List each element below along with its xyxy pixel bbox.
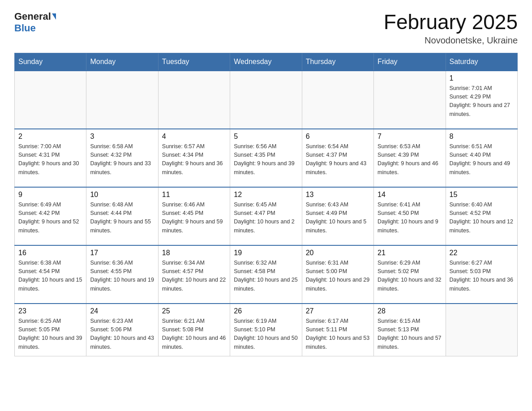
- weekday-header-wednesday: Wednesday: [230, 53, 302, 71]
- day-info: Sunrise: 6:54 AM Sunset: 4:37 PM Dayligh…: [306, 142, 370, 177]
- day-info: Sunrise: 6:34 AM Sunset: 4:57 PM Dayligh…: [162, 259, 226, 294]
- day-info: Sunrise: 6:46 AM Sunset: 4:45 PM Dayligh…: [162, 201, 226, 235]
- day-number: 27: [306, 307, 370, 315]
- calendar-body: 1Sunrise: 7:01 AM Sunset: 4:29 PM Daylig…: [15, 71, 518, 356]
- day-number: 28: [378, 307, 442, 315]
- calendar-day-cell: 12Sunrise: 6:45 AM Sunset: 4:47 PM Dayli…: [230, 187, 302, 245]
- calendar-day-cell: [86, 71, 158, 129]
- calendar-day-cell: 22Sunrise: 6:27 AM Sunset: 5:03 PM Dayli…: [446, 245, 517, 304]
- day-number: 16: [18, 249, 82, 257]
- day-info: Sunrise: 6:31 AM Sunset: 5:00 PM Dayligh…: [306, 259, 370, 294]
- calendar-day-cell: 25Sunrise: 6:21 AM Sunset: 5:08 PM Dayli…: [158, 304, 230, 356]
- calendar-day-cell: 24Sunrise: 6:23 AM Sunset: 5:06 PM Dayli…: [86, 304, 158, 356]
- day-number: 2: [18, 133, 82, 141]
- day-info: Sunrise: 6:36 AM Sunset: 4:55 PM Dayligh…: [90, 259, 154, 294]
- day-number: 22: [450, 249, 514, 257]
- day-info: Sunrise: 6:56 AM Sunset: 4:35 PM Dayligh…: [234, 142, 298, 177]
- day-info: Sunrise: 6:15 AM Sunset: 5:13 PM Dayligh…: [378, 317, 442, 352]
- page-header: General Blue February 2025 Novodonetske,…: [14, 11, 518, 46]
- day-info: Sunrise: 6:19 AM Sunset: 5:10 PM Dayligh…: [234, 317, 298, 352]
- calendar-day-cell: 23Sunrise: 6:25 AM Sunset: 5:05 PM Dayli…: [15, 304, 86, 356]
- logo-blue-text: Blue: [14, 22, 36, 34]
- calendar-day-cell: 15Sunrise: 6:40 AM Sunset: 4:52 PM Dayli…: [446, 187, 517, 245]
- day-number: 5: [234, 133, 298, 141]
- calendar-day-cell: 26Sunrise: 6:19 AM Sunset: 5:10 PM Dayli…: [230, 304, 302, 356]
- day-info: Sunrise: 6:45 AM Sunset: 4:47 PM Dayligh…: [234, 201, 298, 235]
- day-info: Sunrise: 7:00 AM Sunset: 4:31 PM Dayligh…: [18, 142, 82, 177]
- day-number: 26: [234, 307, 298, 315]
- day-info: Sunrise: 6:40 AM Sunset: 4:52 PM Dayligh…: [450, 201, 514, 235]
- calendar-day-cell: 21Sunrise: 6:29 AM Sunset: 5:02 PM Dayli…: [374, 245, 446, 304]
- day-number: 21: [378, 249, 442, 257]
- calendar-day-cell: [158, 71, 230, 129]
- day-number: 9: [18, 191, 82, 199]
- day-number: 13: [306, 191, 370, 199]
- calendar-day-cell: [15, 71, 86, 129]
- calendar-day-cell: 2Sunrise: 7:00 AM Sunset: 4:31 PM Daylig…: [15, 129, 86, 187]
- day-number: 19: [234, 249, 298, 257]
- calendar-day-cell: 14Sunrise: 6:41 AM Sunset: 4:50 PM Dayli…: [374, 187, 446, 245]
- day-info: Sunrise: 6:23 AM Sunset: 5:06 PM Dayligh…: [90, 317, 154, 352]
- title-block: February 2025 Novodonetske, Ukraine: [384, 11, 518, 46]
- logo-triangle-icon: [52, 13, 56, 20]
- calendar-day-cell: 16Sunrise: 6:38 AM Sunset: 4:54 PM Dayli…: [15, 245, 86, 304]
- weekday-header-sunday: Sunday: [15, 53, 86, 71]
- day-number: 25: [162, 307, 226, 315]
- day-number: 23: [18, 307, 82, 315]
- day-info: Sunrise: 6:58 AM Sunset: 4:32 PM Dayligh…: [90, 142, 154, 177]
- day-number: 10: [90, 191, 154, 199]
- weekday-header-friday: Friday: [374, 53, 446, 71]
- day-number: 3: [90, 133, 154, 141]
- day-number: 12: [234, 191, 298, 199]
- calendar-day-cell: 3Sunrise: 6:58 AM Sunset: 4:32 PM Daylig…: [86, 129, 158, 187]
- calendar-day-cell: 10Sunrise: 6:48 AM Sunset: 4:44 PM Dayli…: [86, 187, 158, 245]
- day-info: Sunrise: 7:01 AM Sunset: 4:29 PM Dayligh…: [450, 84, 514, 119]
- logo: General Blue: [14, 11, 56, 34]
- calendar-day-cell: 18Sunrise: 6:34 AM Sunset: 4:57 PM Dayli…: [158, 245, 230, 304]
- day-info: Sunrise: 6:25 AM Sunset: 5:05 PM Dayligh…: [18, 317, 82, 352]
- day-info: Sunrise: 6:51 AM Sunset: 4:40 PM Dayligh…: [450, 142, 514, 177]
- calendar-week-row: 2Sunrise: 7:00 AM Sunset: 4:31 PM Daylig…: [15, 129, 518, 187]
- day-info: Sunrise: 6:49 AM Sunset: 4:42 PM Dayligh…: [18, 201, 82, 235]
- day-number: 14: [378, 191, 442, 199]
- day-number: 6: [306, 133, 370, 141]
- weekday-header-tuesday: Tuesday: [158, 53, 230, 71]
- day-info: Sunrise: 6:29 AM Sunset: 5:02 PM Dayligh…: [378, 259, 442, 294]
- day-info: Sunrise: 6:38 AM Sunset: 4:54 PM Dayligh…: [18, 259, 82, 294]
- calendar-day-cell: [230, 71, 302, 129]
- calendar-day-cell: 8Sunrise: 6:51 AM Sunset: 4:40 PM Daylig…: [446, 129, 517, 187]
- calendar-day-cell: 1Sunrise: 7:01 AM Sunset: 4:29 PM Daylig…: [446, 71, 517, 129]
- day-number: 20: [306, 249, 370, 257]
- calendar-day-cell: [446, 304, 517, 356]
- calendar-day-cell: 17Sunrise: 6:36 AM Sunset: 4:55 PM Dayli…: [86, 245, 158, 304]
- calendar-day-cell: 27Sunrise: 6:17 AM Sunset: 5:11 PM Dayli…: [302, 304, 373, 356]
- weekday-header-thursday: Thursday: [302, 53, 373, 71]
- day-number: 15: [450, 191, 514, 199]
- day-info: Sunrise: 6:32 AM Sunset: 4:58 PM Dayligh…: [234, 259, 298, 294]
- calendar-day-cell: 9Sunrise: 6:49 AM Sunset: 4:42 PM Daylig…: [15, 187, 86, 245]
- day-number: 18: [162, 249, 226, 257]
- day-info: Sunrise: 6:53 AM Sunset: 4:39 PM Dayligh…: [378, 142, 442, 177]
- day-number: 4: [162, 133, 226, 141]
- calendar-week-row: 1Sunrise: 7:01 AM Sunset: 4:29 PM Daylig…: [15, 71, 518, 129]
- weekday-header-row: SundayMondayTuesdayWednesdayThursdayFrid…: [15, 53, 518, 71]
- logo-general-text: General: [14, 11, 51, 22]
- calendar-table: SundayMondayTuesdayWednesdayThursdayFrid…: [14, 53, 518, 357]
- calendar-day-cell: 28Sunrise: 6:15 AM Sunset: 5:13 PM Dayli…: [374, 304, 446, 356]
- calendar-day-cell: 6Sunrise: 6:54 AM Sunset: 4:37 PM Daylig…: [302, 129, 373, 187]
- day-number: 8: [450, 133, 514, 141]
- day-number: 1: [450, 74, 514, 82]
- day-number: 7: [378, 133, 442, 141]
- calendar-day-cell: [302, 71, 373, 129]
- calendar-day-cell: 20Sunrise: 6:31 AM Sunset: 5:00 PM Dayli…: [302, 245, 373, 304]
- calendar-day-cell: [374, 71, 446, 129]
- weekday-header-monday: Monday: [86, 53, 158, 71]
- calendar-week-row: 23Sunrise: 6:25 AM Sunset: 5:05 PM Dayli…: [15, 304, 518, 356]
- day-info: Sunrise: 6:41 AM Sunset: 4:50 PM Dayligh…: [378, 201, 442, 235]
- calendar-day-cell: 4Sunrise: 6:57 AM Sunset: 4:34 PM Daylig…: [158, 129, 230, 187]
- day-number: 17: [90, 249, 154, 257]
- day-info: Sunrise: 6:17 AM Sunset: 5:11 PM Dayligh…: [306, 317, 370, 352]
- weekday-header-saturday: Saturday: [446, 53, 517, 71]
- day-info: Sunrise: 6:21 AM Sunset: 5:08 PM Dayligh…: [162, 317, 226, 352]
- calendar-day-cell: 19Sunrise: 6:32 AM Sunset: 4:58 PM Dayli…: [230, 245, 302, 304]
